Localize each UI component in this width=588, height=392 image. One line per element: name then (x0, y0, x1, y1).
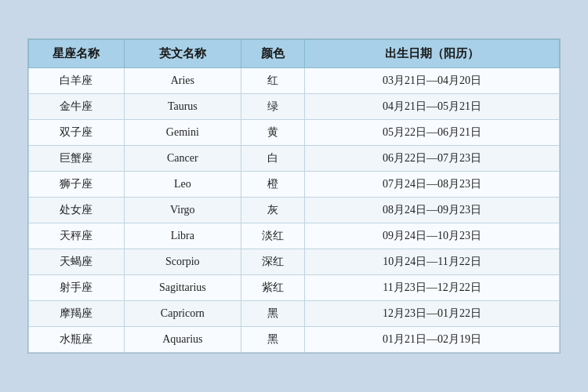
table-header-row: 星座名称 英文名称 颜色 出生日期（阳历） (29, 40, 560, 68)
cell-chinese-name: 金牛座 (29, 94, 125, 120)
cell-english-name: Aries (124, 68, 241, 94)
cell-color: 黑 (241, 301, 304, 327)
cell-chinese-name: 天蝎座 (29, 249, 125, 275)
cell-english-name: Scorpio (124, 249, 241, 275)
header-date: 出生日期（阳历） (305, 40, 560, 68)
cell-color: 灰 (241, 198, 304, 223)
cell-english-name: Gemini (124, 120, 241, 146)
zodiac-table-container: 星座名称 英文名称 颜色 出生日期（阳历） 白羊座Aries红03月21日—04… (27, 38, 561, 354)
cell-english-name: Taurus (124, 94, 241, 120)
table-row: 射手座Sagittarius紫红11月23日—12月22日 (29, 275, 560, 301)
cell-color: 淡红 (241, 223, 304, 249)
header-english-name: 英文名称 (124, 40, 241, 68)
cell-color: 白 (241, 146, 304, 172)
header-chinese-name: 星座名称 (29, 40, 125, 68)
cell-color: 深红 (241, 249, 304, 275)
cell-date: 04月21日—05月21日 (305, 94, 560, 120)
cell-english-name: Aquarius (124, 327, 241, 353)
cell-english-name: Libra (124, 223, 241, 249)
cell-chinese-name: 巨蟹座 (29, 146, 125, 172)
table-row: 巨蟹座Cancer白06月22日—07月23日 (29, 146, 560, 172)
cell-chinese-name: 处女座 (29, 198, 125, 223)
cell-date: 06月22日—07月23日 (305, 146, 560, 172)
table-row: 天蝎座Scorpio深红10月24日—11月22日 (29, 249, 560, 275)
table-row: 摩羯座Capricorn黑12月23日—01月22日 (29, 301, 560, 327)
zodiac-table: 星座名称 英文名称 颜色 出生日期（阳历） 白羊座Aries红03月21日—04… (28, 39, 560, 353)
cell-color: 红 (241, 68, 304, 94)
cell-color: 黄 (241, 120, 304, 146)
cell-date: 09月24日—10月23日 (305, 223, 560, 249)
cell-chinese-name: 狮子座 (29, 172, 125, 198)
cell-date: 11月23日—12月22日 (305, 275, 560, 301)
cell-chinese-name: 水瓶座 (29, 327, 125, 353)
cell-color: 绿 (241, 94, 304, 120)
cell-color: 橙 (241, 172, 304, 198)
cell-date: 05月22日—06月21日 (305, 120, 560, 146)
table-row: 天秤座Libra淡红09月24日—10月23日 (29, 223, 560, 249)
table-row: 狮子座Leo橙07月24日—08月23日 (29, 172, 560, 198)
cell-chinese-name: 双子座 (29, 120, 125, 146)
cell-english-name: Cancer (124, 146, 241, 172)
cell-english-name: Virgo (124, 198, 241, 223)
cell-date: 01月21日—02月19日 (305, 327, 560, 353)
cell-english-name: Capricorn (124, 301, 241, 327)
cell-date: 03月21日—04月20日 (305, 68, 560, 94)
cell-date: 10月24日—11月22日 (305, 249, 560, 275)
header-color: 颜色 (241, 40, 304, 68)
cell-color: 黑 (241, 327, 304, 353)
cell-date: 12月23日—01月22日 (305, 301, 560, 327)
table-row: 白羊座Aries红03月21日—04月20日 (29, 68, 560, 94)
table-row: 双子座Gemini黄05月22日—06月21日 (29, 120, 560, 146)
cell-english-name: Sagittarius (124, 275, 241, 301)
table-row: 处女座Virgo灰08月24日—09月23日 (29, 198, 560, 223)
cell-chinese-name: 摩羯座 (29, 301, 125, 327)
cell-chinese-name: 白羊座 (29, 68, 125, 94)
table-body: 白羊座Aries红03月21日—04月20日金牛座Taurus绿04月21日—0… (29, 68, 560, 353)
cell-date: 07月24日—08月23日 (305, 172, 560, 198)
cell-chinese-name: 天秤座 (29, 223, 125, 249)
cell-chinese-name: 射手座 (29, 275, 125, 301)
table-row: 金牛座Taurus绿04月21日—05月21日 (29, 94, 560, 120)
cell-color: 紫红 (241, 275, 304, 301)
table-row: 水瓶座Aquarius黑01月21日—02月19日 (29, 327, 560, 353)
cell-english-name: Leo (124, 172, 241, 198)
cell-date: 08月24日—09月23日 (305, 198, 560, 223)
